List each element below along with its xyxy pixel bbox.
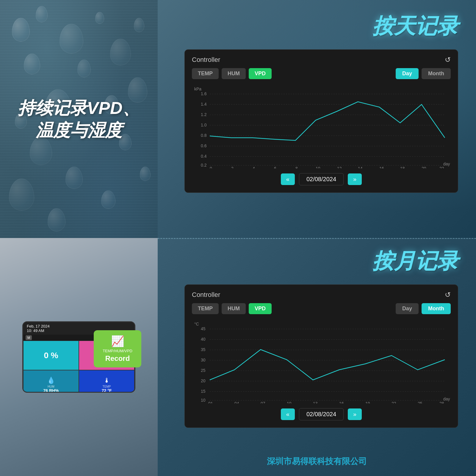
svg-text:45: 45	[201, 326, 206, 331]
svg-text:8: 8	[295, 166, 298, 168]
svg-text:14: 14	[358, 166, 363, 168]
svg-text:28: 28	[439, 401, 444, 403]
svg-text:0.2: 0.2	[201, 163, 207, 167]
btn-hum[interactable]: HUM	[222, 68, 246, 79]
top-left-panel: 持续记录VPD、 温度与湿度	[0, 0, 158, 238]
svg-text:30: 30	[201, 358, 206, 362]
svg-text:35: 35	[201, 347, 206, 352]
top-right-panel: 按天记录 Controller ↺ TEMP HUM VPD Day Month	[158, 0, 476, 238]
svg-text:1.6: 1.6	[201, 91, 207, 96]
svg-text:kPa: kPa	[194, 87, 201, 91]
month-btn-temp[interactable]: TEMP	[192, 303, 219, 314]
h-separator	[158, 238, 476, 239]
next-day-btn[interactable]: »	[348, 173, 362, 185]
month-panel-title: Controller	[192, 291, 220, 299]
day-chart-area: .grid-line { stroke: #333; stroke-width:…	[192, 85, 451, 168]
btn-temp[interactable]: TEMP	[192, 68, 219, 79]
svg-text:40: 40	[201, 337, 206, 342]
temp-label: TEMP	[103, 385, 111, 388]
svg-text:0: 0	[210, 166, 212, 168]
next-month-btn[interactable]: »	[348, 408, 362, 420]
day-nav-row: « 02/08/2024 »	[192, 173, 451, 185]
svg-text:day: day	[443, 162, 450, 166]
badge-m: M	[26, 335, 32, 340]
svg-text:°C: °C	[194, 322, 199, 326]
hum-icon: 💧	[47, 377, 55, 384]
month-controller-panel: Controller ↺ TEMP HUM VPD Day Month .gri…	[184, 284, 458, 428]
svg-text:6: 6	[274, 166, 276, 168]
device-wrapper: Feb, 17 2024 10: 49 AM M A 0 % 🌿 P1 60	[22, 321, 135, 393]
day-date-display: 02/08/2024	[299, 173, 344, 185]
svg-text:19: 19	[365, 401, 370, 403]
month-date-display: 02/08/2024	[299, 408, 344, 420]
svg-text:22: 22	[392, 401, 396, 403]
prev-month-btn[interactable]: «	[281, 408, 295, 420]
popup-main: Record	[100, 354, 135, 363]
month-panel-header: Controller ↺	[192, 291, 451, 299]
svg-text:18: 18	[400, 166, 405, 168]
svg-text:day: day	[443, 397, 450, 401]
popup-card: 📈 TEMP/HUM/VPD Record	[94, 330, 141, 367]
panel-title: Controller	[192, 56, 220, 64]
svg-text:1.2: 1.2	[201, 112, 207, 117]
month-metric-period-row: TEMP HUM VPD Day Month	[192, 303, 451, 314]
main-title: 持续记录VPD、 温度与湿度	[18, 97, 140, 142]
top-left-content: 持续记录VPD、 温度与湿度	[18, 97, 140, 142]
month-chart-svg: .grid-line { stroke: #333; stroke-width:…	[192, 320, 451, 403]
svg-text:0.8: 0.8	[201, 133, 207, 138]
svg-text:20: 20	[201, 378, 206, 383]
company-text: 深圳市易得联科技有限公司	[158, 456, 476, 467]
back-button[interactable]: ↺	[445, 56, 451, 64]
device-time: 10: 49 AM	[27, 328, 50, 333]
month-chart-area: .grid-line { stroke: #333; stroke-width:…	[192, 320, 451, 403]
month-back-button[interactable]: ↺	[445, 291, 451, 299]
device-cell-hum-pct: 0 %	[23, 341, 79, 370]
month-record-title: 按月记录	[372, 247, 458, 275]
bottom-left-panel: Feb, 17 2024 10: 49 AM M A 0 % 🌿 P1 60	[0, 238, 158, 476]
month-btn-hum[interactable]: HUM	[222, 303, 246, 314]
svg-text:10: 10	[201, 398, 206, 403]
svg-text:0.6: 0.6	[201, 143, 207, 148]
device-date: Feb, 17 2024	[27, 324, 50, 328]
hum-value: 76 RH%	[43, 388, 59, 393]
month-btn-day[interactable]: Day	[396, 303, 419, 314]
day-controller-panel: Controller ↺ TEMP HUM VPD Day Month .gri…	[184, 49, 458, 193]
device-cell-temp: 🌡 TEMP 72 °F	[79, 370, 134, 393]
svg-text:25: 25	[201, 368, 206, 373]
svg-text:20: 20	[422, 166, 426, 168]
svg-text:4: 4	[253, 166, 255, 168]
svg-text:10: 10	[287, 401, 292, 403]
svg-text:0.4: 0.4	[201, 154, 207, 159]
btn-vpd[interactable]: VPD	[249, 68, 272, 79]
svg-text:1.4: 1.4	[201, 102, 207, 107]
device-cell-hum: 💧 HUM 76 RH%	[23, 370, 79, 393]
svg-text:07: 07	[261, 401, 265, 403]
popup-chart-icon: 📈	[100, 335, 135, 347]
popup-subtitle: TEMP/HUM/VPD	[100, 349, 135, 353]
svg-text:22: 22	[439, 166, 444, 168]
svg-text:01: 01	[208, 401, 213, 403]
day-chart-svg: .grid-line { stroke: #333; stroke-width:…	[192, 85, 451, 168]
month-btn-vpd[interactable]: VPD	[249, 303, 272, 314]
device-datetime: Feb, 17 2024 10: 49 AM	[27, 324, 50, 333]
temp-icon: 🌡	[104, 377, 110, 384]
svg-text:15: 15	[201, 389, 206, 394]
btn-day[interactable]: Day	[396, 68, 419, 79]
btn-month[interactable]: Month	[422, 68, 451, 79]
month-btn-month[interactable]: Month	[422, 303, 451, 314]
hum-pct: 0 %	[44, 351, 58, 360]
svg-text:1.0: 1.0	[201, 123, 207, 127]
svg-text:16: 16	[339, 401, 344, 403]
svg-text:2: 2	[231, 166, 234, 168]
svg-text:25: 25	[418, 401, 422, 403]
prev-day-btn[interactable]: «	[281, 173, 295, 185]
svg-text:04: 04	[234, 401, 239, 403]
svg-text:16: 16	[379, 166, 384, 168]
month-nav-row: « 02/08/2024 »	[192, 408, 451, 420]
metric-period-row: TEMP HUM VPD Day Month	[192, 68, 451, 79]
svg-text:12: 12	[337, 166, 342, 168]
panel-header: Controller ↺	[192, 56, 451, 64]
temp-value: 72 °F	[102, 388, 112, 393]
svg-text:10: 10	[316, 166, 320, 168]
day-record-title: 按天记录	[372, 12, 458, 40]
